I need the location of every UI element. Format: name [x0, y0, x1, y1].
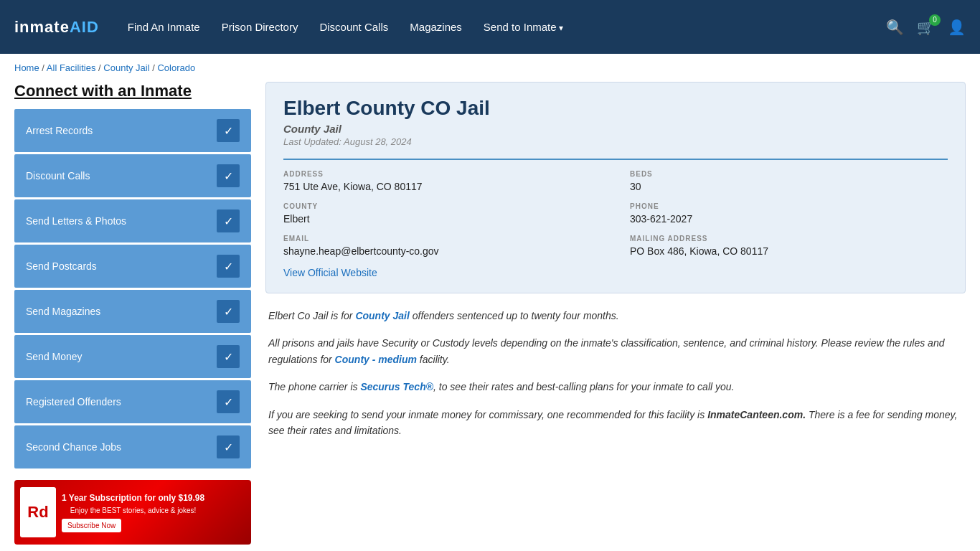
county-medium-link[interactable]: County - medium	[335, 354, 417, 365]
sidebar-item-send-money[interactable]: Send Money ✓	[14, 335, 251, 378]
phone-label: PHONE	[630, 202, 948, 210]
sidebar-arrow-discount-calls: ✓	[217, 164, 240, 187]
facility-details: ADDRESS 751 Ute Ave, Kiowa, CO 80117 BED…	[283, 159, 948, 278]
nav-prison-directory[interactable]: Prison Directory	[222, 21, 298, 33]
sidebar-arrow-registered-offenders: ✓	[217, 390, 240, 413]
website-block: View Official Website	[283, 267, 601, 278]
breadcrumb: Home / All Facilities / County Jail / Co…	[0, 54, 980, 82]
address-label: ADDRESS	[283, 170, 601, 178]
sidebar-title: Connect with an Inmate	[14, 82, 251, 100]
nav-find-inmate[interactable]: Find An Inmate	[128, 21, 200, 33]
sidebar-item-send-postcards[interactable]: Send Postcards ✓	[14, 245, 251, 288]
sidebar-arrow-send-magazines: ✓	[217, 300, 240, 323]
ad-logo: Rd	[20, 487, 56, 537]
description-p1: Elbert Co Jail is for County Jail offend…	[268, 308, 963, 324]
sidebar-arrow-send-money: ✓	[217, 345, 240, 368]
sidebar-item-arrest-records[interactable]: Arrest Records ✓	[14, 109, 251, 152]
search-icon[interactable]: 🔍	[886, 19, 904, 36]
breadcrumb-county-jail[interactable]: County Jail	[103, 62, 149, 73]
cart-icon[interactable]: 🛒 0	[917, 19, 935, 36]
description-section: Elbert Co Jail is for County Jail offend…	[265, 308, 966, 438]
main-nav: Find An Inmate Prison Directory Discount…	[128, 21, 886, 33]
email-value: shayne.heap@elbertcounty-co.gov	[283, 245, 601, 257]
nav-magazines[interactable]: Magazines	[410, 21, 462, 33]
cart-badge: 0	[929, 14, 941, 26]
sidebar-item-second-chance-jobs[interactable]: Second Chance Jobs ✓	[14, 425, 251, 468]
nav-discount-calls[interactable]: Discount Calls	[319, 21, 388, 33]
beds-label: BEDS	[630, 170, 948, 178]
description-p3: The phone carrier is Securus Tech®, to s…	[268, 379, 963, 395]
header-icons: 🔍 🛒 0 👤	[886, 19, 966, 36]
email-label: EMAIL	[283, 235, 601, 242]
mailing-value: PO Box 486, Kiowa, CO 80117	[630, 245, 948, 257]
main-content: Elbert County CO Jail County Jail Last U…	[265, 82, 966, 545]
breadcrumb-all-facilities[interactable]: All Facilities	[47, 62, 96, 73]
sidebar-ad[interactable]: Rd 1 Year Subscription for only $19.98 E…	[14, 480, 251, 545]
description-p2: All prisons and jails have Security or C…	[268, 335, 963, 367]
facility-type: County Jail	[283, 123, 948, 135]
user-icon[interactable]: 👤	[948, 19, 966, 36]
logo[interactable]: inmateAID	[14, 18, 99, 37]
county-block: COUNTY Elbert	[283, 202, 601, 225]
county-jail-link-1[interactable]: County Jail	[355, 310, 409, 321]
sidebar-menu: Arrest Records ✓ Discount Calls ✓ Send L…	[14, 109, 251, 468]
mailing-block: MAILING ADDRESS PO Box 486, Kiowa, CO 80…	[630, 235, 948, 257]
sidebar-arrow-send-postcards: ✓	[217, 255, 240, 278]
sidebar-item-registered-offenders[interactable]: Registered Offenders ✓	[14, 380, 251, 423]
beds-value: 30	[630, 181, 948, 192]
email-block: EMAIL shayne.heap@elbertcounty-co.gov	[283, 235, 601, 257]
facility-updated: Last Updated: August 28, 2024	[283, 136, 948, 147]
sidebar: Connect with an Inmate Arrest Records ✓ …	[14, 82, 251, 545]
sidebar-arrow-second-chance-jobs: ✓	[217, 435, 240, 458]
nav-send-to-inmate[interactable]: Send to Inmate	[484, 21, 563, 33]
site-header: inmateAID Find An Inmate Prison Director…	[0, 0, 980, 54]
address-value: 751 Ute Ave, Kiowa, CO 80117	[283, 181, 601, 192]
sidebar-arrow-arrest-records: ✓	[217, 119, 240, 142]
securus-link[interactable]: Securus Tech®	[360, 381, 433, 392]
sidebar-item-send-letters[interactable]: Send Letters & Photos ✓	[14, 199, 251, 242]
facility-card: Elbert County CO Jail County Jail Last U…	[265, 82, 966, 293]
county-value: Elbert	[283, 213, 601, 225]
sidebar-item-discount-calls[interactable]: Discount Calls ✓	[14, 154, 251, 197]
description-p4: If you are seeking to send your inmate m…	[268, 407, 963, 439]
ad-text: 1 Year Subscription for only $19.98 Enjo…	[62, 492, 204, 532]
view-website-link[interactable]: View Official Website	[283, 267, 377, 278]
sidebar-item-send-magazines[interactable]: Send Magazines ✓	[14, 290, 251, 333]
phone-block: PHONE 303-621-2027	[630, 202, 948, 225]
beds-block: BEDS 30	[630, 170, 948, 192]
facility-name: Elbert County CO Jail	[283, 97, 948, 120]
mailing-label: MAILING ADDRESS	[630, 235, 948, 242]
breadcrumb-state[interactable]: Colorado	[157, 62, 195, 73]
breadcrumb-home[interactable]: Home	[14, 62, 39, 73]
address-block: ADDRESS 751 Ute Ave, Kiowa, CO 80117	[283, 170, 601, 192]
sidebar-arrow-send-letters: ✓	[217, 209, 240, 232]
ad-subscribe-button[interactable]: Subscribe Now	[62, 519, 121, 532]
phone-value: 303-621-2027	[630, 213, 948, 225]
inmate-canteen-bold: InmateCanteen.com.	[707, 409, 806, 420]
page-layout: Connect with an Inmate Arrest Records ✓ …	[0, 82, 980, 551]
county-label: COUNTY	[283, 202, 601, 210]
